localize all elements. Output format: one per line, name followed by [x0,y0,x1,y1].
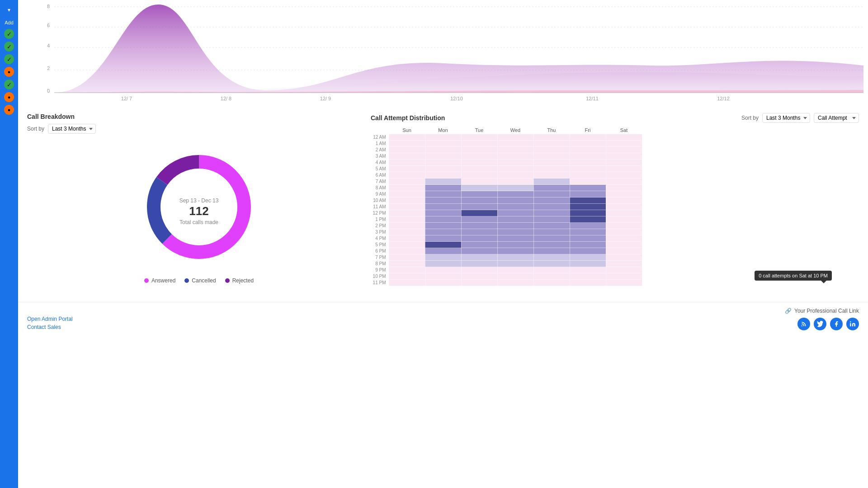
heat-cell[interactable] [606,178,642,185]
heat-cell[interactable] [570,248,606,254]
sidebar-icon-7[interactable]: ● [4,105,14,115]
heat-cell[interactable] [389,166,425,172]
heat-cell[interactable] [425,185,461,191]
heat-cell[interactable] [533,197,570,204]
heat-cell[interactable] [533,280,570,286]
sidebar-icon-4[interactable]: ● [4,67,14,77]
sidebar-icon-3[interactable]: ✓ [4,54,14,64]
heat-cell[interactable] [425,273,461,280]
heat-cell[interactable] [570,134,606,141]
heat-cell[interactable] [389,147,425,153]
sidebar-toggle-button[interactable]: ▾ [2,4,16,16]
heat-cell[interactable] [533,185,570,191]
heat-cell[interactable] [425,153,461,160]
heat-cell[interactable] [497,160,533,166]
heat-cell[interactable] [606,242,642,248]
heat-cell[interactable] [461,134,497,141]
heat-cell[interactable] [570,261,606,267]
heat-cell[interactable] [497,191,533,197]
heat-cell[interactable] [461,273,497,280]
heat-cell[interactable] [570,197,606,204]
contact-sales-link[interactable]: Contact Sales [27,324,73,330]
heat-cell[interactable] [570,204,606,210]
heat-cell[interactable] [570,141,606,147]
heat-cell[interactable] [570,185,606,191]
heat-cell[interactable] [461,248,497,254]
heat-cell[interactable] [570,242,606,248]
heat-cell[interactable] [570,216,606,223]
heat-cell[interactable] [389,210,425,216]
heat-cell[interactable] [570,147,606,153]
rss-icon[interactable] [797,318,810,330]
heat-cell[interactable] [606,141,642,147]
facebook-icon[interactable] [830,318,843,330]
heat-cell[interactable] [570,166,606,172]
dist-sort-select-2[interactable]: Call Attempt Call Duration [814,113,859,123]
heat-cell[interactable] [425,216,461,223]
heat-cell[interactable] [425,134,461,141]
heat-cell[interactable] [533,153,570,160]
call-breakdown-sort-select[interactable]: Last Month Last 3 Months Last 6 Months L… [48,124,96,134]
heat-cell[interactable] [425,147,461,153]
heat-cell[interactable] [533,160,570,166]
heat-cell[interactable] [461,254,497,261]
heat-cell[interactable] [425,191,461,197]
heat-cell[interactable] [497,216,533,223]
heat-cell[interactable] [606,216,642,223]
heat-cell[interactable] [425,242,461,248]
heat-cell[interactable] [533,191,570,197]
heat-cell[interactable] [497,223,533,229]
heat-cell[interactable] [389,235,425,242]
heat-cell[interactable] [533,166,570,172]
heat-cell[interactable] [533,229,570,235]
heat-cell[interactable] [606,191,642,197]
heat-cell[interactable] [606,153,642,160]
dist-sort-select-1[interactable]: Last Month Last 3 Months Last 6 Months [762,113,810,123]
heat-cell[interactable] [461,204,497,210]
heat-cell[interactable] [425,223,461,229]
heat-cell[interactable] [497,261,533,267]
heat-cell[interactable] [389,216,425,223]
heat-cell[interactable] [533,235,570,242]
heat-cell[interactable] [389,134,425,141]
heat-cell[interactable] [389,141,425,147]
heat-cell[interactable] [461,160,497,166]
heat-cell[interactable] [461,223,497,229]
twitter-icon[interactable] [814,318,826,330]
heat-cell[interactable] [389,160,425,166]
heat-cell[interactable] [461,280,497,286]
heat-cell[interactable] [425,235,461,242]
heat-cell[interactable] [425,229,461,235]
sidebar-icon-5[interactable]: ✓ [4,80,14,89]
heat-cell[interactable] [533,210,570,216]
heat-cell[interactable] [533,134,570,141]
sidebar-icon-2[interactable]: ✓ [4,42,14,52]
heat-cell[interactable] [570,273,606,280]
heat-cell[interactable] [497,248,533,254]
sidebar-icon-6[interactable]: ● [4,92,14,102]
heat-cell[interactable] [425,261,461,267]
heat-cell[interactable] [389,197,425,204]
linkedin-icon[interactable] [846,318,859,330]
heat-cell[interactable] [497,242,533,248]
heat-cell[interactable] [461,153,497,160]
heat-cell[interactable] [570,178,606,185]
heat-cell[interactable] [461,267,497,273]
heat-cell[interactable] [606,254,642,261]
heat-cell[interactable] [606,147,642,153]
heat-cell[interactable] [389,254,425,261]
heat-cell[interactable] [497,197,533,204]
heat-cell[interactable] [570,267,606,273]
heat-cell[interactable] [606,261,642,267]
heat-cell[interactable] [425,267,461,273]
heat-cell[interactable] [389,172,425,178]
heat-cell[interactable] [606,229,642,235]
heat-cell[interactable] [606,204,642,210]
heat-cell[interactable] [606,223,642,229]
heat-cell[interactable] [425,178,461,185]
heat-cell[interactable] [497,267,533,273]
heat-cell[interactable] [497,153,533,160]
heat-cell[interactable] [497,147,533,153]
heat-cell[interactable] [389,185,425,191]
heat-cell[interactable] [533,248,570,254]
